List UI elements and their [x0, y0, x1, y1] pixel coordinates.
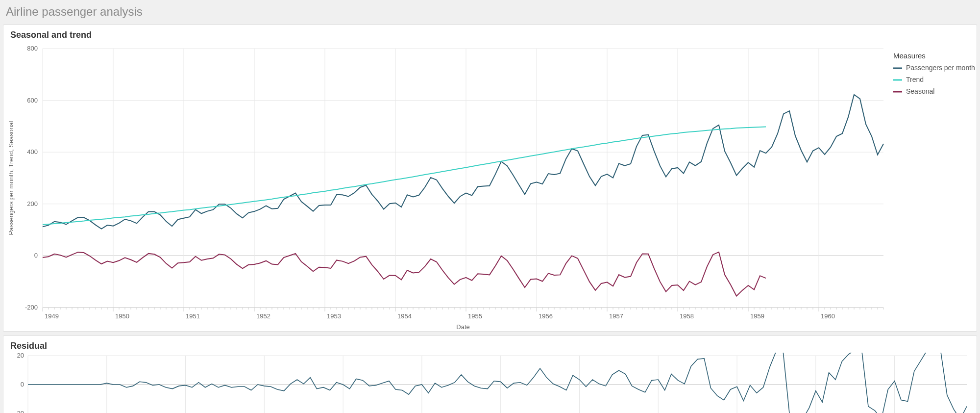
page-title: Airline passenger analysis [3, 0, 977, 25]
svg-text:1951: 1951 [186, 312, 200, 320]
svg-text:0: 0 [21, 381, 24, 388]
svg-text:Trend: Trend [906, 76, 924, 83]
panel-seasonal-trend: Seasonal and trend -2000200400600800Pass… [3, 25, 977, 332]
chart-seasonal-trend: -2000200400600800Passengers per month, T… [3, 44, 977, 331]
svg-text:0: 0 [34, 252, 38, 259]
legend-item: Passengers per month [893, 64, 975, 72]
svg-text:600: 600 [27, 97, 38, 104]
svg-text:1960: 1960 [821, 312, 835, 320]
panel-title-top: Seasonal and trend [3, 25, 977, 42]
svg-text:20: 20 [17, 353, 24, 359]
svg-text:1957: 1957 [609, 312, 623, 320]
svg-text:1954: 1954 [397, 312, 412, 320]
series-residual [28, 353, 967, 413]
svg-text:400: 400 [27, 148, 38, 155]
svg-text:1955: 1955 [468, 312, 482, 320]
chart-residual: -20020 [3, 353, 977, 413]
svg-text:-20: -20 [15, 410, 24, 413]
svg-text:-200: -200 [25, 304, 38, 311]
svg-text:1949: 1949 [45, 312, 59, 320]
svg-text:Passengers per month: Passengers per month [906, 64, 975, 72]
legend: MeasuresPassengers per monthTrendSeasona… [893, 52, 975, 95]
series-seasonal [43, 252, 766, 296]
svg-text:1959: 1959 [750, 312, 764, 320]
svg-text:1950: 1950 [115, 312, 129, 320]
svg-text:Measures: Measures [893, 52, 926, 60]
svg-text:200: 200 [27, 200, 38, 207]
y-axis-label: Passengers per month, Trend, Seasonal [7, 121, 15, 235]
svg-text:1958: 1958 [680, 312, 694, 320]
panel-title-bottom: Residual [3, 336, 977, 353]
svg-text:1953: 1953 [327, 312, 341, 320]
x-axis-label: Date [456, 323, 469, 331]
legend-item: Seasonal [893, 87, 934, 95]
legend-item: Trend [893, 76, 924, 83]
series-passengers-per-month [43, 95, 883, 229]
panel-residual: Residual -20020 [3, 336, 977, 413]
series-trend [43, 127, 766, 225]
svg-text:1952: 1952 [256, 312, 270, 320]
svg-text:1956: 1956 [539, 312, 553, 320]
svg-text:Seasonal: Seasonal [906, 87, 934, 95]
svg-text:800: 800 [27, 45, 38, 52]
